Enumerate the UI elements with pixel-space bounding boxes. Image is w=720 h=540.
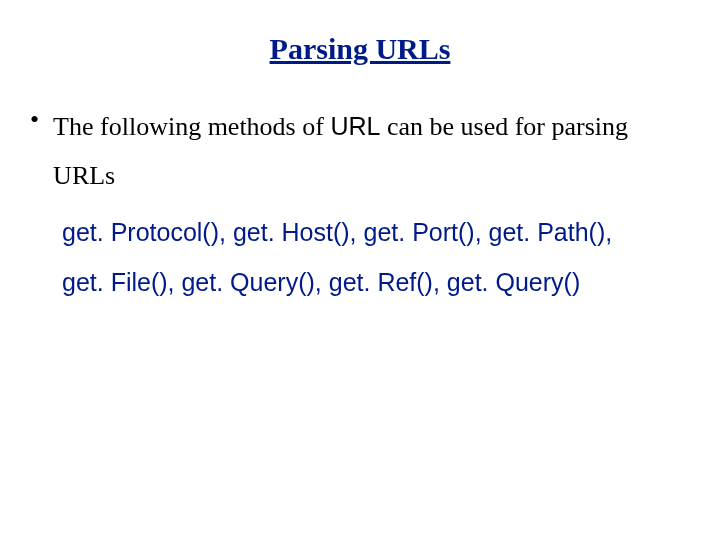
methods-line-1: get. Protocol(), get. Host(), get. Port(… [62, 207, 690, 257]
methods-list: get. Protocol(), get. Host(), get. Port(… [62, 207, 690, 307]
bullet-prefix: The following methods of [53, 112, 330, 141]
bullet-text: The following methods of URL can be used… [53, 102, 690, 201]
class-name: URL [330, 112, 380, 140]
methods-line-2: get. File(), get. Query(), get. Ref(), g… [62, 257, 690, 307]
bullet-marker: • [30, 102, 39, 138]
slide-title: Parsing URLs [30, 32, 690, 66]
bullet-item: • The following methods of URL can be us… [30, 102, 690, 201]
